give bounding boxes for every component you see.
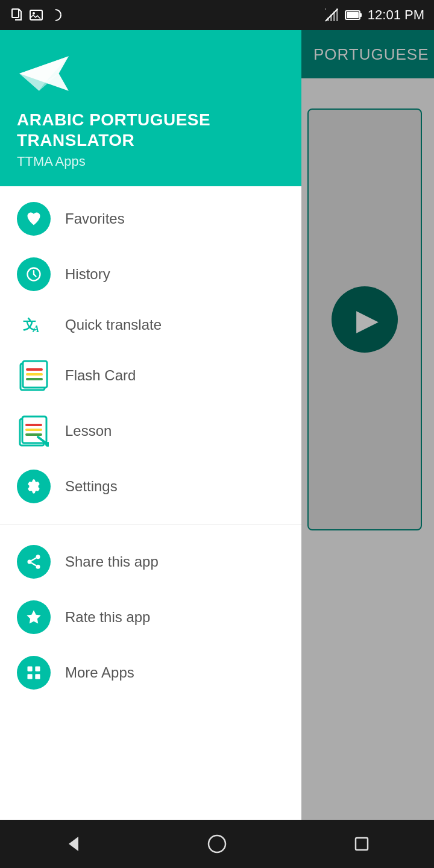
svg-rect-23 — [26, 378, 43, 380]
document-icon — [10, 8, 24, 22]
menu-item-quick-translate[interactable]: 文 A Quick translate — [0, 302, 301, 348]
back-button[interactable] — [48, 826, 96, 862]
app-logo — [17, 49, 285, 100]
flash-card-label: Flash Card — [65, 367, 136, 384]
history-icon-circle — [17, 257, 51, 291]
airplane-logo-icon — [17, 49, 71, 98]
more-apps-label: More Apps — [65, 664, 134, 681]
svg-line-35 — [31, 563, 36, 566]
menu-item-flash-card[interactable]: Flash Card — [0, 348, 301, 403]
svg-point-3 — [50, 10, 61, 20]
bottom-navigation — [0, 820, 434, 868]
lesson-label: Lesson — [65, 423, 112, 439]
play-button[interactable]: ▶ — [332, 286, 398, 353]
svg-text:A: A — [32, 323, 39, 335]
svg-point-2 — [33, 12, 35, 14]
home-button[interactable] — [193, 826, 241, 862]
menu-divider — [0, 524, 301, 524]
image-icon — [29, 8, 43, 22]
menu-item-rate[interactable]: Rate this app — [0, 590, 301, 645]
time-display: 12:01 PM — [368, 7, 424, 23]
flashcard-icon-wrap — [17, 359, 51, 392]
svg-rect-22 — [26, 373, 43, 376]
svg-rect-27 — [25, 429, 42, 431]
status-icons-left — [10, 8, 63, 22]
lesson-icon — [19, 415, 49, 447]
grid-icon — [25, 664, 42, 681]
gear-icon — [25, 478, 42, 495]
svg-marker-37 — [27, 611, 40, 624]
drawer-header: ARABIC PORTUGUESETRANSLATOR TTMA Apps — [0, 30, 301, 186]
menu-item-share[interactable]: Share this app — [0, 534, 301, 590]
status-icons-right: 12:01 PM — [324, 7, 424, 23]
lesson-icon-wrap — [17, 414, 51, 448]
svg-point-43 — [209, 835, 225, 852]
menu-item-settings[interactable]: Settings — [0, 459, 301, 514]
settings-label: Settings — [65, 478, 118, 495]
main-menu-section: Favorites History 文 A — [0, 186, 301, 519]
share-icon — [25, 553, 42, 570]
flashcard-icon — [19, 360, 48, 391]
drawer-menu: Favorites History 文 A — [0, 186, 301, 838]
menu-item-more-apps[interactable]: More Apps — [0, 645, 301, 700]
more-apps-icon-circle — [17, 656, 51, 690]
svg-rect-21 — [26, 368, 43, 371]
menu-item-lesson[interactable]: Lesson — [0, 403, 301, 459]
svg-rect-28 — [25, 433, 42, 436]
navigation-drawer: ARABIC PORTUGUESETRANSLATOR TTMA Apps Fa… — [0, 30, 301, 838]
translate-icon-wrap: 文 A — [17, 313, 51, 337]
svg-rect-9 — [336, 8, 338, 21]
svg-rect-11 — [360, 13, 362, 17]
share-icon-circle — [17, 545, 51, 579]
svg-rect-40 — [28, 675, 33, 679]
svg-rect-4 — [325, 8, 326, 10]
svg-rect-26 — [25, 424, 42, 426]
battery-icon — [345, 8, 363, 22]
menu-item-favorites[interactable]: Favorites — [0, 191, 301, 247]
home-icon — [206, 833, 228, 855]
svg-point-32 — [36, 555, 40, 559]
svg-rect-0 — [12, 9, 19, 17]
rate-label: Rate this app — [65, 609, 150, 626]
recents-button[interactable] — [338, 826, 386, 862]
back-icon — [61, 833, 83, 855]
bg-translation-area: ▶ — [307, 108, 422, 530]
translate-icon: 文 A — [22, 313, 46, 337]
quick-translate-label: Quick translate — [65, 316, 162, 333]
favorites-icon-circle — [17, 202, 51, 236]
favorites-label: Favorites — [65, 210, 125, 227]
rate-icon-circle — [17, 600, 51, 634]
svg-line-36 — [31, 558, 36, 561]
status-bar: 12:01 PM — [0, 0, 434, 30]
bg-header-text: PORTUGUESE — [313, 45, 429, 64]
svg-rect-44 — [356, 838, 368, 850]
play-icon: ▶ — [356, 303, 379, 336]
secondary-menu-section: Share this app Rate this app — [0, 529, 301, 705]
svg-marker-42 — [69, 837, 78, 851]
svg-rect-8 — [333, 11, 335, 21]
history-label: History — [65, 266, 110, 283]
spinner-icon — [48, 8, 63, 22]
svg-rect-6 — [327, 17, 329, 21]
svg-point-33 — [28, 560, 32, 564]
star-icon — [25, 609, 42, 626]
signal-off-icon — [324, 8, 340, 22]
svg-rect-39 — [35, 667, 40, 671]
svg-point-34 — [36, 565, 40, 569]
svg-rect-7 — [330, 14, 332, 21]
menu-item-history[interactable]: History — [0, 247, 301, 302]
recents-icon — [351, 833, 373, 855]
clock-icon — [25, 266, 42, 283]
heart-icon — [25, 210, 42, 227]
share-label: Share this app — [65, 553, 159, 570]
svg-rect-38 — [28, 667, 33, 671]
svg-rect-41 — [35, 675, 40, 679]
settings-icon-circle — [17, 470, 51, 503]
company-name: TTMA Apps — [17, 154, 285, 169]
svg-rect-12 — [347, 12, 359, 18]
app-name: ARABIC PORTUGUESETRANSLATOR — [17, 110, 285, 150]
